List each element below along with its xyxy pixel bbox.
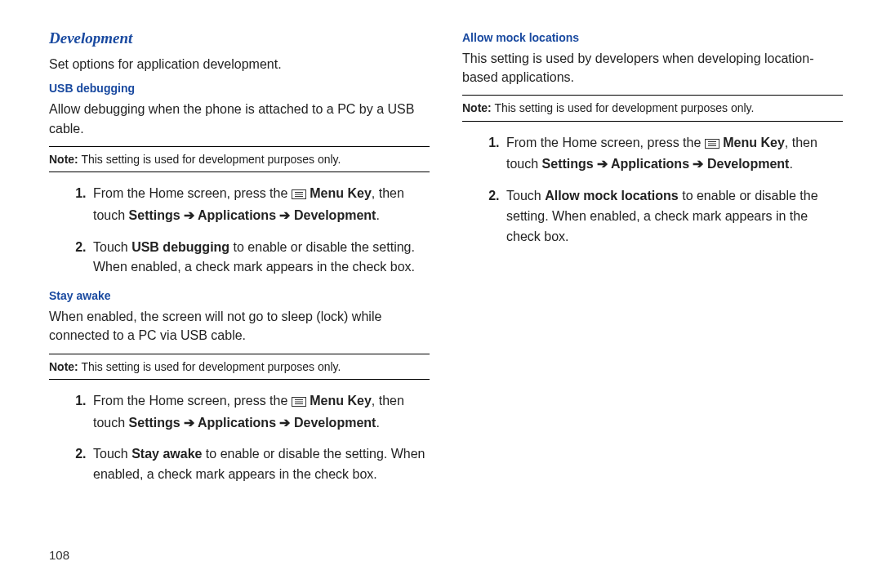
menu-key-label: Menu Key [310, 394, 372, 408]
mock-note: Note: This setting is used for developme… [462, 95, 843, 121]
page-number: 108 [49, 548, 69, 562]
note-label: Note: [49, 360, 78, 373]
usb-step-1: From the Home screen, press the Menu Key… [90, 184, 430, 226]
usb-step-2: Touch USB debugging to enable or disable… [90, 238, 430, 278]
heading-allow-mock-locations: Allow mock locations [462, 31, 843, 44]
left-column: Development Set options for application … [49, 29, 430, 572]
heading-stay-awake: Stay awake [49, 289, 430, 302]
note-label: Note: [49, 153, 78, 166]
menu-key-icon [705, 135, 719, 155]
menu-key-icon [292, 393, 306, 413]
usb-note: Note: This setting is used for developme… [49, 146, 430, 172]
menu-key-label: Menu Key [723, 136, 785, 149]
usb-paragraph: Allow debugging when the phone is attach… [49, 100, 430, 137]
heading-usb-debugging: USB debugging [49, 82, 430, 95]
mock-step-1: From the Home screen, press the Menu Key… [503, 133, 843, 176]
usb-steps: From the Home screen, press the Menu Key… [72, 184, 430, 278]
mock-steps: From the Home screen, press the Menu Key… [485, 133, 843, 247]
note-text: This setting is used for development pur… [492, 101, 755, 114]
stay-paragraph: When enabled, the screen will not go to … [49, 307, 430, 345]
intro-text: Set options for application development. [49, 56, 430, 74]
stay-steps: From the Home screen, press the Menu Key… [72, 391, 430, 485]
manual-page: Development Set options for application … [0, 0, 882, 588]
heading-development: Development [49, 29, 430, 47]
mock-step-2: Touch Allow mock locations to enable or … [503, 186, 843, 247]
right-column: Allow mock locations This setting is use… [462, 29, 843, 572]
menu-key-label: Menu Key [310, 186, 372, 200]
note-text: This setting is used for development pur… [78, 153, 341, 166]
stay-note: Note: This setting is used for developme… [49, 354, 430, 380]
note-label: Note: [462, 101, 492, 114]
menu-key-icon [292, 185, 306, 206]
stay-step-1: From the Home screen, press the Menu Key… [90, 391, 430, 434]
stay-step-2: Touch Stay awake to enable or disable th… [90, 444, 430, 485]
note-text: This setting is used for development pur… [78, 360, 341, 373]
mock-paragraph: This setting is used by developers when … [462, 49, 843, 87]
